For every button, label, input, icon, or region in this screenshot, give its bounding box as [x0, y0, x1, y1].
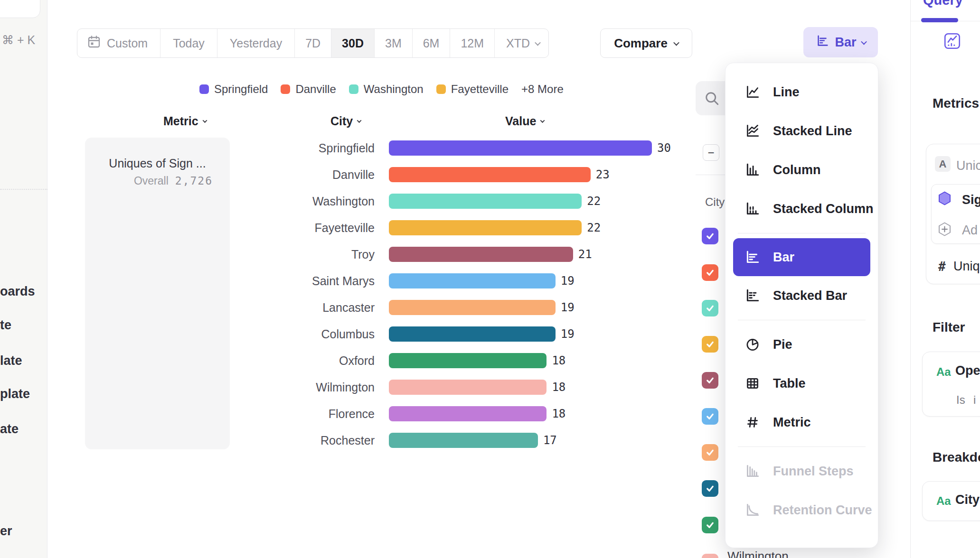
date-range-custom[interactable]: Custom — [77, 29, 160, 57]
legend-item[interactable]: Springfield — [199, 83, 268, 96]
legend-item[interactable]: Washington — [349, 83, 424, 96]
date-range-label: 12M — [461, 37, 484, 50]
column-header-metric[interactable]: Metric — [163, 114, 207, 128]
menu-item-label: Stacked Line — [773, 124, 852, 139]
menu-item-column[interactable]: Column — [726, 150, 878, 189]
bar-category-label: Oxford — [232, 354, 375, 368]
bar[interactable] — [389, 300, 556, 315]
menu-item-stacked-bar[interactable]: Stacked Bar — [726, 276, 878, 315]
date-range-yesterday[interactable]: Yesterday — [217, 29, 295, 57]
chevron-down-icon — [673, 39, 679, 46]
bar[interactable] — [389, 194, 582, 209]
date-range-xtd[interactable]: XTD — [495, 29, 548, 57]
bar-row: Fayetteville 22 — [232, 214, 688, 241]
metric-summary-card[interactable]: Uniques of Sign ... Overall 2,726 — [85, 138, 230, 449]
metric-name-text: Unic — [956, 158, 980, 173]
bar[interactable] — [389, 433, 538, 448]
filter-operator-text[interactable]: Is — [956, 393, 965, 407]
bar[interactable] — [389, 220, 582, 235]
bar-category-label: Wilmington — [232, 381, 375, 394]
city-checkbox[interactable] — [702, 264, 718, 281]
menu-item-label: Metric — [773, 415, 811, 430]
sidebar-item[interactable]: ate — [0, 422, 19, 437]
menu-item-metric[interactable]: Metric — [726, 403, 878, 442]
city-checkbox[interactable] — [702, 444, 718, 461]
bar[interactable] — [389, 353, 547, 368]
legend-more-button[interactable]: +8 More — [521, 83, 564, 96]
sidebar-item-boards[interactable]: oards — [0, 284, 35, 299]
city-checkbox[interactable] — [702, 372, 718, 389]
bar[interactable] — [389, 167, 591, 182]
legend-item[interactable]: Fayetteville — [436, 83, 509, 96]
check-icon — [705, 339, 716, 350]
bar[interactable] — [389, 247, 573, 262]
insights-chart-icon[interactable] — [943, 32, 961, 52]
date-range-7d[interactable]: 7D — [295, 29, 331, 57]
column-header-city[interactable]: City — [330, 114, 361, 128]
sidebar-item[interactable]: te — [0, 318, 11, 333]
add-event-hexagon-icon[interactable] — [937, 222, 952, 237]
menu-item-table[interactable]: Table — [726, 364, 878, 403]
date-range-6m[interactable]: 6M — [413, 29, 451, 57]
bar-row: Danville 23 — [232, 161, 688, 188]
menu-item-stacked-line[interactable]: Stacked Line — [726, 112, 878, 150]
bar-row: Oxford 18 — [232, 347, 688, 374]
filter-card[interactable] — [922, 352, 980, 417]
sidebar-search-box[interactable] — [0, 0, 40, 18]
aggregation-hash-icon: # — [938, 260, 946, 274]
bar[interactable] — [389, 140, 652, 156]
menu-item-stacked-column[interactable]: Stacked Column — [726, 189, 878, 228]
city-checkbox[interactable] — [702, 300, 718, 316]
sidebar-item[interactable]: late — [0, 353, 22, 368]
date-range-today[interactable]: Today — [160, 29, 217, 57]
bar-category-label: Columbus — [232, 327, 375, 341]
metrics-heading: Metrics — [933, 96, 979, 111]
bar[interactable] — [389, 406, 547, 421]
menu-item-bar[interactable]: Bar — [733, 238, 870, 276]
bar-track: 17 — [389, 433, 688, 448]
bar-track: 18 — [389, 380, 688, 395]
bar[interactable] — [389, 326, 556, 342]
menu-item-line[interactable]: Line — [726, 73, 878, 112]
breakdown-group-label: City — [705, 195, 725, 209]
bar[interactable] — [389, 380, 547, 395]
calendar-icon — [87, 35, 101, 52]
city-checkbox[interactable] — [702, 480, 718, 497]
bar-chart: Springfield 30 Danville 23 Washington 22… — [232, 135, 688, 454]
column-header-value[interactable]: Value — [505, 114, 544, 128]
legend-item[interactable]: Danville — [281, 83, 336, 96]
menu-item-label: Stacked Column — [773, 202, 874, 216]
aggregation-text[interactable]: Uniqu — [953, 259, 980, 274]
check-icon — [705, 231, 716, 242]
chart-type-menu: Line Stacked Line Column Stacked Column … — [725, 63, 878, 548]
city-checkbox[interactable] — [702, 408, 718, 425]
city-checkbox[interactable] — [702, 554, 718, 558]
menu-item-label: Line — [773, 85, 800, 100]
chart-type-button[interactable]: Bar — [803, 27, 878, 57]
legend-label: Washington — [364, 83, 424, 96]
menu-item-retention-curve[interactable]: Retention Curve — [726, 491, 878, 530]
menu-item-label: Stacked Bar — [773, 288, 847, 303]
sidebar-item[interactable]: plate — [0, 387, 30, 401]
sidebar-item[interactable]: er — [0, 524, 12, 539]
city-checkbox[interactable] — [702, 228, 718, 244]
bar-value: 22 — [587, 195, 601, 208]
sidebar-divider — [0, 189, 47, 190]
bar[interactable] — [389, 273, 556, 288]
date-range-12m[interactable]: 12M — [450, 29, 495, 57]
bar-track: 23 — [389, 167, 688, 182]
add-event-text: Ad — [962, 223, 978, 238]
bar-value: 18 — [552, 407, 565, 420]
clipped-city-label: Wilmington — [727, 549, 789, 558]
compare-button[interactable]: Compare — [600, 28, 692, 58]
city-checkbox[interactable] — [702, 517, 718, 533]
menu-item-pie[interactable]: Pie — [726, 325, 878, 364]
pie-chart-icon — [744, 336, 761, 353]
collapse-all-button[interactable]: − — [703, 144, 719, 161]
date-range-3m[interactable]: 3M — [375, 29, 413, 57]
date-range-30d[interactable]: 30D — [331, 29, 375, 57]
tab-query[interactable]: Query — [923, 0, 963, 8]
menu-item-funnel-steps[interactable]: Funnel Steps — [726, 452, 878, 491]
overall-value: 2,726 — [175, 175, 213, 187]
city-checkbox[interactable] — [702, 336, 718, 353]
